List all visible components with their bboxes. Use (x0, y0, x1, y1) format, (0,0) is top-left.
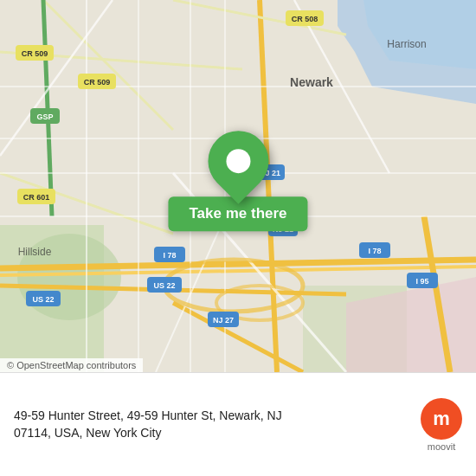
address-line2: 07114, USA, New York City (14, 426, 161, 440)
svg-text:CR 508: CR 508 (292, 15, 318, 23)
svg-text:US 22: US 22 (153, 281, 175, 290)
svg-text:Newark: Newark (290, 75, 333, 89)
svg-text:CR 509: CR 509 (22, 49, 48, 58)
svg-text:I 95: I 95 (415, 277, 428, 286)
svg-text:NJ 27: NJ 27 (213, 316, 234, 325)
map-area: CR 509 CR 509 CR 508 GSP NJ 21 NJ 21 I 7… (0, 0, 476, 372)
location-pin-icon (195, 119, 280, 204)
svg-text:US 22: US 22 (32, 295, 54, 304)
location-pin-center (226, 149, 250, 173)
svg-text:CR 509: CR 509 (84, 78, 111, 87)
svg-text:I 78: I 78 (163, 251, 176, 260)
address-line1: 49-59 Hunter Street, 49-59 Hunter St, Ne… (14, 408, 282, 422)
info-bar: 49-59 Hunter Street, 49-59 Hunter St, Ne… (0, 372, 476, 476)
svg-text:I 78: I 78 (368, 247, 381, 255)
moovit-circle: m (421, 398, 462, 440)
svg-text:CR 601: CR 601 (23, 193, 50, 202)
address-block: 49-59 Hunter Street, 49-59 Hunter St, Ne… (14, 408, 408, 441)
svg-text:Hillside: Hillside (18, 246, 52, 258)
svg-text:Harrison: Harrison (387, 38, 426, 50)
moovit-logo: m moovit (421, 398, 462, 452)
navigation-overlay: Take me there (168, 131, 307, 231)
svg-text:GSP: GSP (36, 113, 53, 121)
moovit-m-icon: m (433, 408, 450, 430)
osm-attribution: © OpenStreetMap contributors (0, 358, 143, 372)
attribution-text: © OpenStreetMap contributors (7, 360, 136, 370)
moovit-label: moovit (428, 441, 455, 452)
